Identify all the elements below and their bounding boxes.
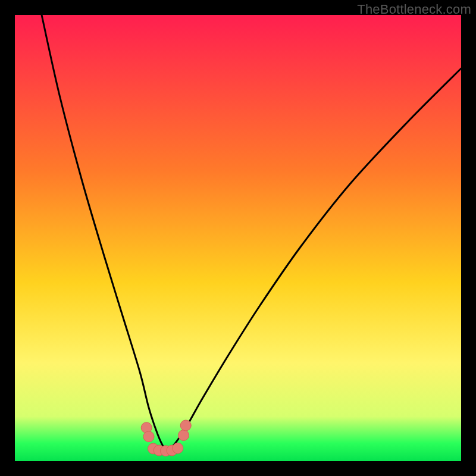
curve-marker: [143, 431, 154, 442]
curve-marker: [180, 420, 191, 431]
curve-marker: [173, 443, 183, 453]
curve-marker: [178, 430, 189, 441]
bottleneck-chart: [15, 15, 461, 461]
watermark-text: TheBottleneck.com: [357, 2, 471, 17]
heat-gradient-background: [15, 15, 461, 461]
chart-frame: [15, 15, 461, 461]
